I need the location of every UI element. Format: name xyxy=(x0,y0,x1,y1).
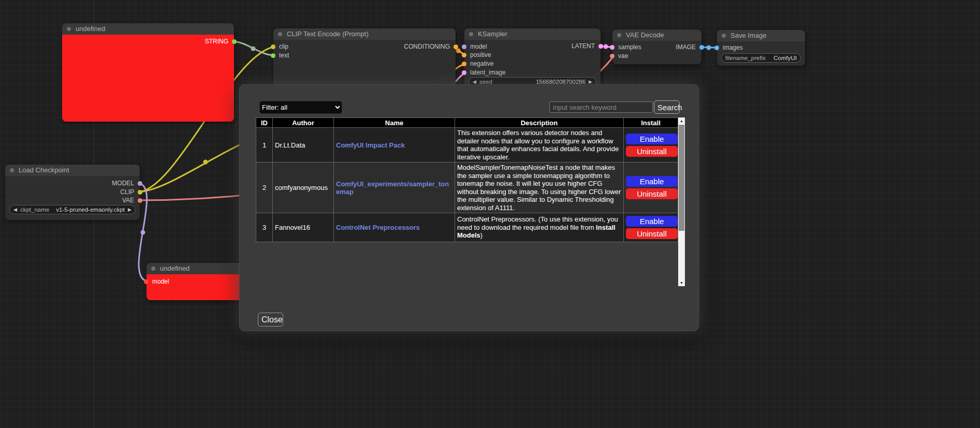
node-ksampler[interactable]: KSampler model positive negative latent_… xyxy=(464,28,601,90)
node-title: CLIP Text Encode (Prompt) xyxy=(287,30,369,38)
slot-label: model xyxy=(152,278,169,285)
enable-button[interactable]: Enable xyxy=(626,176,678,187)
uninstall-button[interactable]: Uninstall xyxy=(626,146,678,157)
link-dot xyxy=(203,160,208,165)
node-title: undefined xyxy=(160,264,189,272)
comfyui-canvas[interactable]: undefined STRING CLIP Text Encode (Promp… xyxy=(0,0,980,428)
node-load-checkpoint[interactable]: Load Checkpoint MODEL CLIP VAE ◀ ckpt_na… xyxy=(5,165,140,220)
link-dot xyxy=(251,47,256,51)
scrollbar-thumb[interactable] xyxy=(679,125,684,231)
widget-label: filename_prefix xyxy=(725,55,766,61)
cell-author: Dr.Lt.Data xyxy=(273,128,334,163)
close-button[interactable]: Close xyxy=(258,313,283,327)
input-pin-images[interactable] xyxy=(714,46,719,50)
output-pin-clip[interactable] xyxy=(138,190,142,195)
header-install: Install xyxy=(624,118,678,128)
node-collapse-dot[interactable] xyxy=(722,34,726,38)
node-title: undefined xyxy=(76,25,105,33)
node-collapse-dot[interactable] xyxy=(10,168,14,172)
slot-label: CLIP xyxy=(120,188,134,196)
table-header-row: ID Author Name Description Install xyxy=(256,118,678,128)
ckpt-name-widget[interactable]: ◀ ckpt_name v1-5-pruned-emaonly.ckpt ▶ xyxy=(9,205,136,214)
scroll-up-icon[interactable]: ▲ xyxy=(678,117,685,124)
node-title: KSampler xyxy=(478,30,507,38)
link-dot xyxy=(604,45,608,49)
slot-label: model xyxy=(470,43,487,50)
description-text: ControlNet Preprocessors. (To use this e… xyxy=(457,215,618,231)
extensions-table: ID Author Name Description Install 1 Dr.… xyxy=(256,117,678,242)
output-pin-model[interactable] xyxy=(138,181,142,186)
uninstall-button[interactable]: Uninstall xyxy=(626,228,678,239)
enable-button[interactable]: Enable xyxy=(626,134,678,144)
output-pin-string[interactable] xyxy=(232,39,237,44)
input-pin-negative[interactable] xyxy=(462,62,466,66)
input-pin-vae[interactable] xyxy=(610,54,615,58)
header-id: ID xyxy=(256,118,273,128)
next-icon[interactable]: ▶ xyxy=(128,207,131,212)
slot-label: LATENT xyxy=(572,42,595,50)
cell-description: ModelSamplerTonemapNoiseTest a node that… xyxy=(455,163,624,213)
filename-prefix-widget[interactable]: filename_prefix ComfyUI xyxy=(721,53,801,63)
cell-id: 2 xyxy=(256,163,273,213)
input-pin-text[interactable] xyxy=(271,53,275,58)
decrement-icon[interactable]: ◀ xyxy=(473,79,476,84)
link-dot xyxy=(141,230,145,235)
filter-select[interactable]: Filter: all xyxy=(259,101,342,114)
cell-description: This extension offers various detector n… xyxy=(455,128,624,163)
increment-icon[interactable]: ▶ xyxy=(589,79,592,84)
table-scrollbar[interactable]: ▲ ▼ xyxy=(678,117,685,286)
extensions-table-wrap: ID Author Name Description Install 1 Dr.… xyxy=(256,117,685,286)
header-description: Description xyxy=(455,118,624,128)
input-pin-positive[interactable] xyxy=(462,53,466,57)
node-collapse-dot[interactable] xyxy=(67,27,71,31)
widget-label: ckpt_name xyxy=(20,206,49,213)
description-suffix: ) xyxy=(480,231,482,239)
search-button[interactable]: Search xyxy=(654,100,680,114)
slot-label: negative xyxy=(470,60,493,67)
output-pin-vae[interactable] xyxy=(138,198,142,203)
prev-icon[interactable]: ◀ xyxy=(13,207,17,212)
node-collapse-dot[interactable] xyxy=(469,32,473,36)
slot-label: positive xyxy=(470,51,491,58)
node-vae-decode[interactable]: VAE Decode samples vae IMAGE xyxy=(612,29,701,64)
node-save-image[interactable]: Save Image images filename_prefix ComfyU… xyxy=(717,30,805,66)
header-author: Author xyxy=(273,118,334,128)
node-collapse-dot[interactable] xyxy=(278,32,282,36)
node-title: VAE Decode xyxy=(626,31,664,39)
input-pin-model[interactable] xyxy=(144,279,149,284)
node-collapse-dot[interactable] xyxy=(617,33,621,37)
header-name: Name xyxy=(334,118,455,128)
cell-author: comfyanonymous xyxy=(273,163,334,213)
enable-button[interactable]: Enable xyxy=(626,216,678,227)
extension-link[interactable]: ComfyUI Impact Pack xyxy=(336,141,405,149)
extension-link[interactable]: ControlNet Preprocessors xyxy=(336,224,420,231)
widget-value: ComfyUI xyxy=(773,55,797,61)
output-pin-conditioning[interactable] xyxy=(454,45,458,49)
cell-install: Enable Uninstall xyxy=(624,163,678,213)
cell-install: Enable Uninstall xyxy=(624,213,678,242)
slot-label: IMAGE xyxy=(676,43,696,51)
output-pin-image[interactable] xyxy=(699,45,704,50)
input-pin-model[interactable] xyxy=(462,45,466,49)
output-pin-latent[interactable] xyxy=(598,44,603,49)
uninstall-button[interactable]: Uninstall xyxy=(626,188,678,199)
input-pin-clip[interactable] xyxy=(271,45,275,49)
extension-link[interactable]: ComfyUI_experiments/sampler_tonemap xyxy=(336,180,449,196)
slot-label: images xyxy=(723,44,743,51)
input-pin-latent-image[interactable] xyxy=(462,70,466,75)
node-collapse-dot[interactable] xyxy=(151,267,155,271)
cell-description: ControlNet Preprocessors. (To use this e… xyxy=(455,213,624,242)
search-input[interactable] xyxy=(549,101,653,113)
node-undefined-string[interactable]: undefined STRING xyxy=(62,23,234,122)
widget-value: v1-5-pruned-emaonly.ckpt xyxy=(56,206,125,213)
node-title: Load Checkpoint xyxy=(19,166,69,174)
slot-label: vae xyxy=(618,52,628,60)
slot-label: samples xyxy=(618,43,641,51)
cell-install: Enable Uninstall xyxy=(624,128,678,163)
description-text: This extension offers various detector n… xyxy=(457,129,619,161)
cell-id: 1 xyxy=(256,128,273,163)
input-pin-samples[interactable] xyxy=(610,45,615,50)
node-title: Save Image xyxy=(730,32,766,39)
scroll-down-icon[interactable]: ▼ xyxy=(678,279,685,286)
slot-label: MODEL xyxy=(112,180,134,187)
